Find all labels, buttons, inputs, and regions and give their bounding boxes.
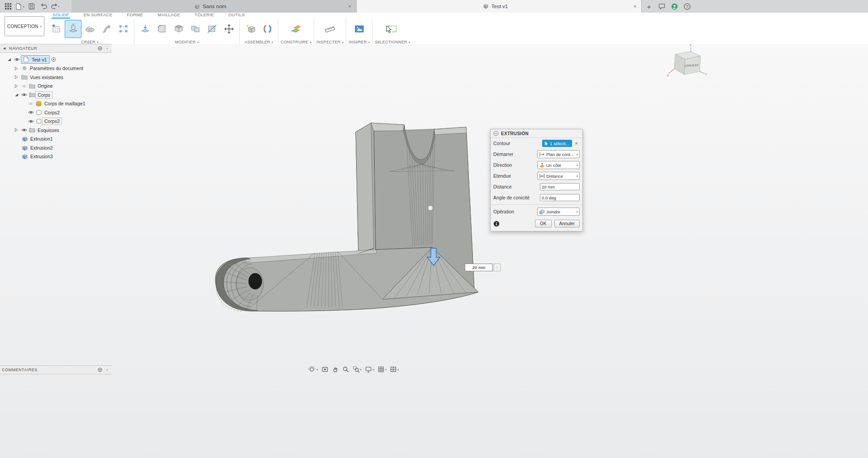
- measure-button[interactable]: [322, 20, 339, 38]
- tree-item-corps3[interactable]: Corps3: [0, 117, 112, 126]
- grid-snap-icon[interactable]: ▾: [376, 364, 388, 374]
- pan-hand-icon[interactable]: [330, 364, 340, 374]
- zoom-window-icon[interactable]: ▾: [351, 364, 363, 374]
- tree-item-label[interactable]: Extrusion3: [29, 153, 55, 160]
- model-3d[interactable]: [215, 123, 478, 312]
- tab-tolerie[interactable]: TÔLERIE: [194, 12, 215, 19]
- tree-item-extrusion1[interactable]: Extrusion1: [0, 135, 112, 144]
- tree-item-extrusion3[interactable]: Extrusion3: [0, 152, 112, 161]
- angle-handle[interactable]: [428, 206, 433, 211]
- tree-item-label[interactable]: Origine: [36, 83, 55, 89]
- pin-panel-icon[interactable]: [97, 368, 103, 372]
- expand-arrow-icon[interactable]: [5, 57, 13, 61]
- direction-dropdown[interactable]: Un côté▾: [537, 161, 580, 169]
- tab-maillage[interactable]: MAILLAGE: [157, 12, 181, 19]
- panel-handle-icon[interactable]: ›: [105, 46, 110, 51]
- comments-header[interactable]: COMMENTAIRES ›: [0, 365, 112, 374]
- new-component-button[interactable]: [242, 20, 259, 38]
- comment-bubble-icon[interactable]: [656, 1, 667, 11]
- distance-input[interactable]: [540, 183, 580, 190]
- tree-item-corps-folder[interactable]: Corps: [0, 90, 112, 99]
- dimension-options-grip-icon[interactable]: ⋮: [494, 264, 501, 271]
- tree-item-label[interactable]: Extrusion2: [29, 145, 55, 151]
- visibility-eye-icon[interactable]: [27, 110, 35, 114]
- expand-arrow-icon[interactable]: [13, 75, 20, 79]
- orbit-icon[interactable]: ▾: [307, 364, 320, 374]
- undo-icon[interactable]: [38, 1, 49, 11]
- tab-sans-nom[interactable]: Sans nom ×: [72, 0, 357, 13]
- tab-en-surface[interactable]: EN SURFACE: [83, 12, 114, 19]
- profile-avatar-icon[interactable]: [669, 1, 680, 11]
- etendue-dropdown[interactable]: Distance▾: [537, 172, 580, 180]
- tree-item-label[interactable]: Vues existantes: [28, 74, 65, 80]
- floating-dimension[interactable]: ⋮: [465, 264, 501, 271]
- tree-item-origine[interactable]: Origine: [0, 82, 112, 91]
- create-sketch-button[interactable]: [48, 20, 65, 38]
- tree-item-esquisses[interactable]: Esquisses: [0, 126, 112, 135]
- collapse-circle-icon[interactable]: [493, 131, 499, 136]
- app-grid-icon[interactable]: [3, 1, 14, 11]
- selected-item-highlight[interactable]: Test v1: [21, 55, 50, 64]
- tree-item-label[interactable]: Corps3: [43, 118, 62, 124]
- tree-item-label[interactable]: Paramètres du document: [28, 65, 85, 71]
- tab-outils[interactable]: OUTILS: [228, 12, 246, 19]
- file-menu-icon[interactable]: ▾: [14, 1, 25, 11]
- expand-arrow-icon[interactable]: [13, 93, 20, 97]
- rectangular-pattern-button[interactable]: [115, 20, 132, 38]
- tab-title[interactable]: Sans nom: [203, 4, 226, 9]
- tree-item-label[interactable]: Test v1: [30, 57, 48, 63]
- close-tab-icon[interactable]: ×: [346, 3, 353, 10]
- tab-title[interactable]: Test v1: [491, 4, 508, 9]
- save-icon[interactable]: [26, 1, 37, 11]
- tree-item-corps2[interactable]: Corps2: [0, 108, 112, 117]
- tree-item-extrusion2[interactable]: Extrusion2: [0, 143, 112, 152]
- visibility-eye-icon[interactable]: [27, 119, 35, 123]
- operation-dropdown[interactable]: Joindre▾: [537, 208, 580, 216]
- construction-plane-button[interactable]: [288, 20, 305, 38]
- tab-forme[interactable]: FORME: [126, 12, 144, 19]
- tree-item-vues[interactable]: Vues existantes: [0, 73, 112, 82]
- sweep-button[interactable]: [98, 20, 115, 38]
- revolve-button[interactable]: [81, 20, 98, 38]
- joint-button[interactable]: [259, 20, 276, 38]
- tab-test-v1[interactable]: Test v1 ×: [357, 0, 642, 13]
- move-copy-button[interactable]: [220, 20, 237, 38]
- tab-solide[interactable]: SOLIDE: [52, 12, 70, 19]
- viewports-icon[interactable]: ▾: [388, 364, 401, 374]
- zoom-icon[interactable]: [341, 364, 351, 374]
- fillet-button[interactable]: [153, 20, 170, 38]
- split-body-button[interactable]: [204, 20, 220, 38]
- new-tab-plus-icon[interactable]: +: [644, 1, 654, 11]
- shell-button[interactable]: [170, 20, 187, 38]
- extrude-button[interactable]: [65, 20, 81, 38]
- ground-pin-icon[interactable]: [50, 57, 57, 62]
- close-tab-icon[interactable]: ×: [631, 3, 639, 10]
- tree-item-document[interactable]: Test v1: [0, 55, 112, 64]
- visibility-eye-icon[interactable]: [20, 93, 28, 97]
- taper-angle-input[interactable]: [540, 194, 580, 201]
- visibility-eye-icon[interactable]: [27, 102, 35, 106]
- visibility-eye-icon[interactable]: [20, 84, 28, 88]
- tree-item-label[interactable]: Corps2: [43, 109, 62, 116]
- view-cube[interactable]: ARRIÈRE x Y z: [667, 44, 707, 77]
- expand-arrow-icon[interactable]: [13, 128, 20, 132]
- expand-arrow-icon[interactable]: [13, 66, 20, 71]
- demarrer-dropdown[interactable]: Plan de cont...▾: [537, 150, 580, 158]
- dialog-header[interactable]: EXTRUSION: [491, 129, 582, 138]
- redo-icon[interactable]: ▾: [50, 1, 61, 11]
- workspace-selector-button[interactable]: CONCEPTION▾: [5, 16, 44, 36]
- extrusion-dialog[interactable]: EXTRUSION Contour 1 sélecti... × Démarre…: [490, 129, 583, 231]
- info-icon[interactable]: [493, 221, 500, 227]
- manipulator-distance-input[interactable]: [465, 264, 493, 271]
- visibility-eye-icon[interactable]: [13, 57, 21, 61]
- combine-button[interactable]: [187, 20, 204, 38]
- visibility-eye-icon[interactable]: [20, 128, 28, 132]
- tree-item-label[interactable]: Corps de maillage1: [43, 100, 87, 107]
- help-icon[interactable]: ?: [682, 1, 692, 11]
- tree-item-label[interactable]: Extrusion1: [29, 136, 55, 142]
- press-pull-button[interactable]: [137, 20, 153, 38]
- navigator-header[interactable]: ◀ NAVIGATEUR ›: [0, 44, 112, 53]
- tree-item-parametres[interactable]: Paramètres du document: [0, 64, 112, 73]
- collapse-left-icon[interactable]: ◀: [2, 47, 7, 50]
- insert-canvas-button[interactable]: [351, 20, 367, 38]
